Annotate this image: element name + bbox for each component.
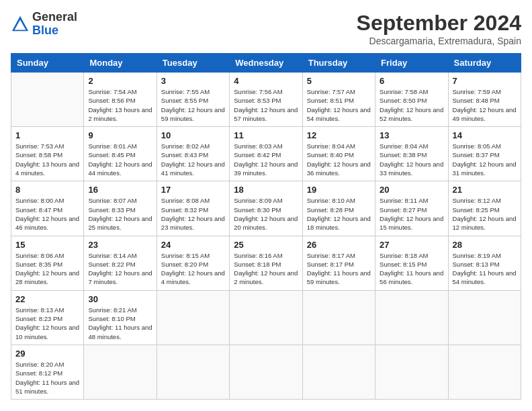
day-number: 16 bbox=[88, 185, 152, 195]
day-detail: Sunrise: 7:59 AMSunset: 8:48 PMDaylight:… bbox=[453, 87, 517, 123]
day-detail: Sunrise: 8:21 AMSunset: 8:10 PMDaylight:… bbox=[88, 306, 152, 341]
day-detail: Sunrise: 8:16 AMSunset: 8:18 PMDaylight:… bbox=[234, 251, 298, 287]
day-detail: Sunrise: 7:54 AMSunset: 8:56 PMDaylight:… bbox=[88, 87, 152, 123]
day-detail: Sunrise: 8:00 AMSunset: 8:47 PMDaylight:… bbox=[15, 196, 79, 232]
day-number: 21 bbox=[453, 185, 517, 195]
list-item bbox=[375, 290, 448, 345]
day-detail: Sunrise: 7:58 AMSunset: 8:50 PMDaylight:… bbox=[380, 87, 443, 123]
day-number: 4 bbox=[234, 76, 298, 86]
list-item: 11Sunrise: 8:03 AMSunset: 8:42 PMDayligh… bbox=[230, 127, 302, 181]
day-number: 12 bbox=[307, 130, 371, 140]
list-item: 6Sunrise: 7:58 AMSunset: 8:50 PMDaylight… bbox=[375, 73, 448, 127]
list-item bbox=[11, 73, 84, 127]
day-number: 15 bbox=[15, 240, 79, 250]
logo-general: General bbox=[32, 10, 77, 24]
list-item: 13Sunrise: 8:04 AMSunset: 8:38 PMDayligh… bbox=[375, 127, 448, 181]
day-detail: Sunrise: 8:13 AMSunset: 8:23 PMDaylight:… bbox=[15, 306, 79, 341]
day-number: 8 bbox=[15, 185, 79, 195]
list-item: 29Sunrise: 8:20 AMSunset: 8:12 PMDayligh… bbox=[11, 345, 84, 399]
list-item: 25Sunrise: 8:16 AMSunset: 8:18 PMDayligh… bbox=[230, 236, 302, 290]
list-item: 28Sunrise: 8:19 AMSunset: 8:13 PMDayligh… bbox=[448, 236, 521, 290]
list-item: 9Sunrise: 8:01 AMSunset: 8:45 PMDaylight… bbox=[84, 127, 157, 181]
location: Descargamaria, Extremadura, Spain bbox=[357, 36, 521, 46]
day-detail: Sunrise: 8:14 AMSunset: 8:22 PMDaylight:… bbox=[88, 251, 152, 287]
logo-text: General Blue bbox=[32, 11, 77, 38]
col-wednesday: Wednesday bbox=[230, 54, 302, 73]
day-detail: Sunrise: 8:02 AMSunset: 8:43 PMDaylight:… bbox=[161, 142, 225, 177]
list-item: 4Sunrise: 7:56 AMSunset: 8:53 PMDaylight… bbox=[230, 73, 302, 127]
list-item bbox=[302, 345, 375, 399]
day-detail: Sunrise: 8:08 AMSunset: 8:32 PMDaylight:… bbox=[161, 196, 225, 232]
day-number: 28 bbox=[453, 240, 517, 250]
col-monday: Monday bbox=[84, 54, 157, 73]
day-detail: Sunrise: 8:18 AMSunset: 8:15 PMDaylight:… bbox=[380, 251, 443, 287]
day-number: 7 bbox=[453, 76, 517, 86]
month-year: September 2024 bbox=[357, 11, 521, 36]
list-item: 1Sunrise: 7:53 AMSunset: 8:58 PMDaylight… bbox=[11, 127, 84, 181]
day-number: 3 bbox=[161, 76, 225, 86]
day-number: 26 bbox=[307, 240, 371, 250]
list-item: 23Sunrise: 8:14 AMSunset: 8:22 PMDayligh… bbox=[84, 236, 157, 290]
day-detail: Sunrise: 7:56 AMSunset: 8:53 PMDaylight:… bbox=[234, 87, 298, 123]
day-number: 10 bbox=[161, 130, 225, 140]
list-item: 3Sunrise: 7:55 AMSunset: 8:55 PMDaylight… bbox=[157, 73, 229, 127]
day-detail: Sunrise: 8:07 AMSunset: 8:33 PMDaylight:… bbox=[88, 196, 152, 232]
table-row: 29Sunrise: 8:20 AMSunset: 8:12 PMDayligh… bbox=[11, 345, 521, 399]
col-sunday: Sunday bbox=[11, 54, 84, 73]
list-item: 26Sunrise: 8:17 AMSunset: 8:17 PMDayligh… bbox=[302, 236, 375, 290]
day-detail: Sunrise: 8:09 AMSunset: 8:30 PMDaylight:… bbox=[234, 196, 298, 232]
day-detail: Sunrise: 8:06 AMSunset: 8:35 PMDaylight:… bbox=[15, 251, 79, 287]
list-item bbox=[230, 290, 302, 345]
table-row: 22Sunrise: 8:13 AMSunset: 8:23 PMDayligh… bbox=[11, 290, 521, 345]
day-number: 9 bbox=[88, 130, 152, 140]
list-item: 27Sunrise: 8:18 AMSunset: 8:15 PMDayligh… bbox=[375, 236, 448, 290]
day-number: 29 bbox=[15, 349, 79, 359]
day-detail: Sunrise: 8:12 AMSunset: 8:25 PMDaylight:… bbox=[453, 196, 517, 232]
header: General Blue September 2024 Descargamari… bbox=[11, 11, 521, 46]
day-number: 22 bbox=[15, 294, 79, 304]
list-item: 7Sunrise: 7:59 AMSunset: 8:48 PMDaylight… bbox=[448, 73, 521, 127]
list-item: 5Sunrise: 7:57 AMSunset: 8:51 PMDaylight… bbox=[302, 73, 375, 127]
col-thursday: Thursday bbox=[302, 54, 375, 73]
col-friday: Friday bbox=[375, 54, 448, 73]
title-area: September 2024 Descargamaria, Extremadur… bbox=[357, 11, 521, 46]
day-number: 17 bbox=[161, 185, 225, 195]
list-item: 10Sunrise: 8:02 AMSunset: 8:43 PMDayligh… bbox=[157, 127, 229, 181]
list-item: 18Sunrise: 8:09 AMSunset: 8:30 PMDayligh… bbox=[230, 181, 302, 236]
day-number: 25 bbox=[234, 240, 298, 250]
day-number: 1 bbox=[15, 130, 79, 140]
day-detail: Sunrise: 7:57 AMSunset: 8:51 PMDaylight:… bbox=[307, 87, 371, 123]
day-number: 18 bbox=[234, 185, 298, 195]
list-item: 30Sunrise: 8:21 AMSunset: 8:10 PMDayligh… bbox=[84, 290, 157, 345]
list-item bbox=[448, 290, 521, 345]
calendar-header-row: Sunday Monday Tuesday Wednesday Thursday… bbox=[11, 54, 521, 73]
list-item: 21Sunrise: 8:12 AMSunset: 8:25 PMDayligh… bbox=[448, 181, 521, 236]
col-tuesday: Tuesday bbox=[157, 54, 229, 73]
logo-blue: Blue bbox=[32, 24, 58, 37]
list-item: 15Sunrise: 8:06 AMSunset: 8:35 PMDayligh… bbox=[11, 236, 84, 290]
list-item: 16Sunrise: 8:07 AMSunset: 8:33 PMDayligh… bbox=[84, 181, 157, 236]
day-number: 2 bbox=[88, 76, 152, 86]
day-number: 20 bbox=[380, 185, 443, 195]
table-row: 1Sunrise: 7:53 AMSunset: 8:58 PMDaylight… bbox=[11, 127, 521, 181]
day-detail: Sunrise: 8:17 AMSunset: 8:17 PMDaylight:… bbox=[307, 251, 371, 287]
list-item: 17Sunrise: 8:08 AMSunset: 8:32 PMDayligh… bbox=[157, 181, 229, 236]
list-item bbox=[448, 345, 521, 399]
day-number: 13 bbox=[380, 130, 443, 140]
day-detail: Sunrise: 8:01 AMSunset: 8:45 PMDaylight:… bbox=[88, 142, 152, 177]
list-item bbox=[157, 345, 229, 399]
logo: General Blue bbox=[11, 11, 77, 38]
day-detail: Sunrise: 8:05 AMSunset: 8:37 PMDaylight:… bbox=[453, 142, 517, 177]
day-number: 5 bbox=[307, 76, 371, 86]
day-number: 11 bbox=[234, 130, 298, 140]
day-number: 27 bbox=[380, 240, 443, 250]
table-row: 2Sunrise: 7:54 AMSunset: 8:56 PMDaylight… bbox=[11, 73, 521, 127]
day-number: 30 bbox=[88, 294, 152, 304]
list-item: 19Sunrise: 8:10 AMSunset: 8:28 PMDayligh… bbox=[302, 181, 375, 236]
list-item: 12Sunrise: 8:04 AMSunset: 8:40 PMDayligh… bbox=[302, 127, 375, 181]
list-item: 2Sunrise: 7:54 AMSunset: 8:56 PMDaylight… bbox=[84, 73, 157, 127]
day-detail: Sunrise: 8:11 AMSunset: 8:27 PMDaylight:… bbox=[380, 196, 443, 232]
calendar: Sunday Monday Tuesday Wednesday Thursday… bbox=[11, 53, 521, 400]
day-detail: Sunrise: 7:53 AMSunset: 8:58 PMDaylight:… bbox=[15, 142, 79, 177]
list-item bbox=[84, 345, 157, 399]
